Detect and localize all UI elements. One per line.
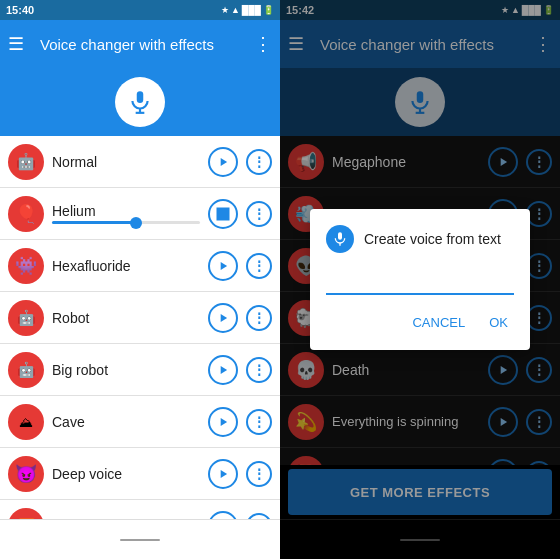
effect-name-big-robot: Big robot (52, 362, 200, 378)
left-time: 15:40 (6, 4, 34, 16)
effect-name-helium: Helium (52, 203, 200, 219)
more-button-hexafluoride[interactable]: ⋮ (246, 253, 272, 279)
play-button-backwards[interactable] (208, 511, 238, 520)
effect-icon-hexafluoride: 👾 (8, 248, 44, 284)
effect-icon-deep-voice: 😈 (8, 456, 44, 492)
more-button-robot[interactable]: ⋮ (246, 305, 272, 331)
svg-rect-23 (338, 232, 342, 239)
effect-name-normal: Normal (52, 154, 200, 170)
svg-marker-8 (221, 417, 227, 425)
effect-name-deep-voice: Deep voice (52, 466, 200, 482)
dialog-title: Create voice from text (364, 231, 501, 247)
more-button-big-robot[interactable]: ⋮ (246, 357, 272, 383)
helium-slider[interactable] (52, 221, 200, 224)
effect-icon-cave: ⛰ (8, 404, 44, 440)
play-button-cave[interactable] (208, 407, 238, 437)
left-status-icons: ★ ▲ ███ 🔋 (221, 5, 274, 15)
more-button-backwards[interactable]: ⋮ (246, 513, 272, 520)
signal-icon: ███ (242, 5, 261, 15)
dialog-header: Create voice from text (326, 225, 514, 253)
effect-name-hexafluoride: Hexafluoride (52, 258, 200, 274)
more-button-helium[interactable]: ⋮ (246, 201, 272, 227)
left-home-indicator (120, 539, 160, 541)
left-nav-bar (0, 519, 280, 559)
effect-name-cave: Cave (52, 414, 200, 430)
play-button-hexafluoride[interactable] (208, 251, 238, 281)
dialog-cancel-button[interactable]: CANCEL (406, 311, 471, 334)
more-button-normal[interactable]: ⋮ (246, 149, 272, 175)
play-button-normal[interactable] (208, 147, 238, 177)
create-voice-dialog: Create voice from text CANCEL OK (310, 209, 530, 350)
right-panel: 15:42 ★ ▲ ███ 🔋 ☰ Voice changer with eff… (280, 0, 560, 559)
svg-marker-3 (221, 157, 227, 165)
effect-icon-robot: 🤖 (8, 300, 44, 336)
left-app-header: ☰ Voice changer with effects ⋮ (0, 20, 280, 68)
svg-rect-4 (217, 207, 230, 220)
left-mic-area (0, 68, 280, 136)
list-item: ⛰ Cave ⋮ (0, 396, 280, 448)
effect-icon-big-robot: 🤖 (8, 352, 44, 388)
list-item: 🤖 Big robot ⋮ (0, 344, 280, 396)
list-item: 🤖 Robot ⋮ (0, 292, 280, 344)
left-more-button[interactable]: ⋮ (254, 33, 272, 55)
left-menu-button[interactable]: ☰ (8, 33, 32, 55)
wifi-icon: ▲ (231, 5, 240, 15)
left-effects-list: 🤖 Normal ⋮ 🎈 Helium (0, 136, 280, 519)
svg-marker-6 (221, 313, 227, 321)
battery-icon: 🔋 (263, 5, 274, 15)
dialog-icon (326, 225, 354, 253)
dialog-buttons: CANCEL OK (326, 311, 514, 334)
effect-icon-backwards: ⏪ (8, 508, 44, 520)
play-button-robot[interactable] (208, 303, 238, 333)
effect-icon-helium: 🎈 (8, 196, 44, 232)
left-panel: 15:40 ★ ▲ ███ 🔋 ☰ Voice changer with eff… (0, 0, 280, 559)
list-item: 🤖 Normal ⋮ (0, 136, 280, 188)
play-button-big-robot[interactable] (208, 355, 238, 385)
effect-name-backwards: Backwards (52, 518, 200, 520)
list-item: 🎈 Helium ⋮ (0, 188, 280, 240)
left-status-bar: 15:40 ★ ▲ ███ 🔋 (0, 0, 280, 20)
dialog-text-input[interactable] (326, 267, 514, 295)
svg-marker-9 (221, 469, 227, 477)
stop-button-helium[interactable] (208, 199, 238, 229)
svg-marker-7 (221, 365, 227, 373)
dialog-ok-button[interactable]: OK (483, 311, 514, 334)
left-app-title: Voice changer with effects (40, 36, 246, 53)
list-item: 👾 Hexafluoride ⋮ (0, 240, 280, 292)
play-button-deep-voice[interactable] (208, 459, 238, 489)
bluetooth-icon: ★ (221, 5, 229, 15)
left-mic-button[interactable] (115, 77, 165, 127)
svg-marker-5 (221, 261, 227, 269)
list-item: 😈 Deep voice ⋮ (0, 448, 280, 500)
svg-rect-0 (137, 91, 144, 103)
effect-name-robot: Robot (52, 310, 200, 326)
list-item: ⏪ Backwards ⋮ (0, 500, 280, 519)
dialog-overlay: Create voice from text CANCEL OK (280, 0, 560, 559)
more-button-deep-voice[interactable]: ⋮ (246, 461, 272, 487)
effect-icon-normal: 🤖 (8, 144, 44, 180)
more-button-cave[interactable]: ⋮ (246, 409, 272, 435)
